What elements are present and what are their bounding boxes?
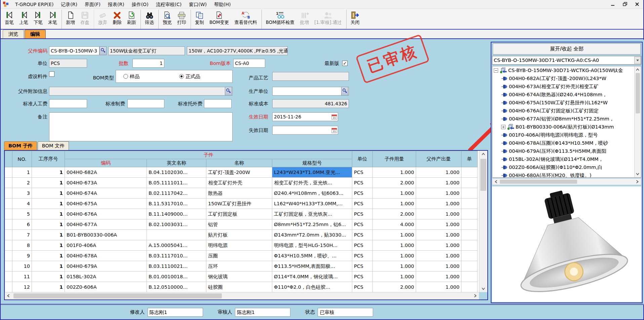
chevron-up-icon[interactable] [480,151,487,157]
cell-name[interactable]: 工矿灯固定板 [206,209,272,219]
cell-code[interactable]: 001F0-406A [65,240,147,251]
cell-unit[interactable]: PCS [352,251,373,261]
parent-code-input[interactable]: CS-BYB-O-150MW-3 [49,46,99,55]
chevron-down-icon[interactable] [634,57,641,64]
scrollbar-thumb[interactable] [13,293,222,298]
tree-node[interactable]: + B01-BYB00330-006A(贴片灯板)(Ø143mm [492,123,641,131]
cell-name[interactable]: 相变工矿灯外壳 [206,178,272,188]
cell-name[interactable]: 铝管 [206,219,272,230]
menu-item[interactable]: 报表(R) [104,0,128,9]
cell-child-qty[interactable]: 1.000 [373,167,416,178]
tree-node[interactable]: 004H0-677A(铝管)(Ø8mm*H51*T2.25mm， [492,115,641,123]
cell-unit2[interactable] [461,178,478,188]
table-row[interactable]: 2 1 004H0-673A B.05.1111011... 相变工矿灯外壳 相… [5,178,478,188]
cell-unit[interactable]: PCS [352,261,373,272]
status-field[interactable]: 已审核 [318,308,373,317]
cell-child-qty[interactable]: 4.000 [373,219,416,230]
cell-code[interactable]: 002Z0-606A [65,282,147,292]
cell-child-qty[interactable]: 1.000 [373,240,416,251]
grid-vertical-scrollbar[interactable] [479,151,487,292]
row-selector-cell[interactable] [5,230,12,240]
cell-unit[interactable]: PCS [352,282,373,292]
calendar-icon[interactable]: 31 [331,127,337,134]
cell-unit[interactable]: PCS [352,209,373,219]
cell-en-name[interactable]: B.05.1111011... [147,178,206,188]
calendar-icon[interactable]: 31 [331,113,337,120]
cell-no[interactable]: 7 [12,230,32,240]
tree-node[interactable]: 001F0-406A(明纬电源)(明纬电源，型号 [492,131,641,139]
std-labor-input[interactable] [49,99,87,108]
cell-code[interactable]: 004H0-682A [65,167,147,178]
cell-parent-qty[interactable]: 1.000 [416,230,461,240]
bom-type-formal-option[interactable]: 正式品 [179,73,200,80]
cell-child-qty[interactable]: 1.000 [373,188,416,199]
remark-textarea[interactable] [49,112,233,141]
cell-unit[interactable]: PCS [352,219,373,230]
cell-no[interactable]: 1 [12,167,32,178]
cell-en-name[interactable]: A.15.0005041... [147,240,206,251]
cell-name[interactable]: 工矿灯-顶盖-200W [206,167,272,178]
chevron-down-icon[interactable] [634,171,641,177]
table-row[interactable]: 1 1 004H0-682A B.04.1102030... 工矿灯-顶盖-20… [5,167,478,178]
cell-en-name[interactable]: B.11.1409000... [147,209,206,219]
modified-by-field[interactable]: 陈志刚1 [148,308,203,317]
cell-child-qty[interactable]: 2.000 [373,209,416,219]
cell-process[interactable]: 1 [32,188,65,199]
toolbar-button[interactable]: 打印 [174,9,189,29]
cell-spec[interactable]: Ø8mm*H51*T2.25mm，铝6... [272,219,352,230]
cell-unit2[interactable] [461,282,478,292]
bom-version-dropdown[interactable]: CS-BYB-O-150MW-30D71-WCTKG-A0:CS-A0 [492,56,641,65]
chevron-up-icon[interactable] [634,66,641,73]
toolbar-button[interactable]: 删除 [110,9,124,29]
cell-process[interactable]: 1 [32,209,65,219]
table-row[interactable]: 10 1 004H0-679A B.03.1110021... 压环 Φ113.… [5,261,478,272]
cell-code[interactable]: 004H0-678A [65,251,147,261]
cell-no[interactable]: 9 [12,251,32,261]
cell-code[interactable]: 004H0-676A [65,209,147,219]
cell-spec[interactable]: 相变工矿灯外壳，亚光铁... [272,178,352,188]
row-selector-cell[interactable] [5,240,12,251]
toolbar-button[interactable]: 复制 [191,9,207,29]
cell-process[interactable]: 1 [32,167,65,178]
cell-process[interactable]: 1 [32,282,65,292]
tree-node[interactable]: 004H0-680A(吊环)(M20、铁度镍。) [492,171,641,178]
cell-unit2[interactable] [461,230,478,240]
cell-parent-qty[interactable]: 1.000 [416,240,461,251]
cell-no[interactable]: 8 [12,240,32,251]
expand-toggle-icon[interactable]: − [494,68,498,73]
cell-no[interactable]: 10 [12,261,32,272]
cell-name[interactable]: 钢化玻璃 [206,272,272,282]
chevron-left-icon[interactable] [492,178,500,185]
cell-parent-qty[interactable]: 1.000 [416,261,461,272]
cell-code[interactable]: 004H0-675A [65,199,147,209]
cell-name[interactable]: 明纬电源 [206,240,272,251]
table-row[interactable]: 5 1 004H0-676A B.11.1409000... 工矿灯固定板 工矿… [5,209,478,219]
row-selector-cell[interactable] [5,251,12,261]
cell-spec[interactable]: 工矿灯固定板，亚光铁灰... [272,209,352,219]
cell-no[interactable]: 3 [12,188,32,199]
cell-no[interactable]: 4 [12,199,32,209]
expand-collapse-all-button[interactable]: 展开/收起 全部 [493,43,641,55]
cell-child-qty[interactable]: 1.000 [373,199,416,209]
toolbar-button[interactable]: 新增 [62,9,78,29]
cell-spec[interactable]: Ø114*T4.0MM，钢化玻璃... [272,272,352,282]
cell-name[interactable]: 压圈 [206,251,272,261]
row-selector-cell[interactable] [5,199,12,209]
toolbar-button[interactable]: 预览 [158,9,174,29]
toolbar-button[interactable]: 批增 [297,9,312,29]
cell-en-name[interactable] [147,230,206,240]
table-row[interactable]: 6 1 004H0-677A B.02.1003031... 铝管 Ø8mm*H… [5,219,478,230]
row-selector-cell[interactable] [5,209,12,219]
tree-node[interactable]: 004H0-678A(压圈)(Φ143*H10.5MM，喷砂 [492,139,641,147]
cell-process[interactable]: 1 [32,251,65,261]
cell-code[interactable]: 004H0-673A [65,178,147,188]
cell-child-qty[interactable]: 1.000 [373,251,416,261]
latest-checkbox[interactable] [342,61,348,66]
cell-code[interactable]: 004H0-679A [65,261,147,272]
toolbar-button[interactable]: 末笔 [45,9,60,29]
cell-code[interactable]: 004H0-677A [65,219,147,230]
toolbar-button[interactable]: [1.审核].通过 [312,9,345,29]
row-selector-cell[interactable] [5,178,12,188]
batch-input[interactable]: 1 [132,59,164,68]
cell-en-name[interactable]: B.11.5317010... [147,199,206,209]
